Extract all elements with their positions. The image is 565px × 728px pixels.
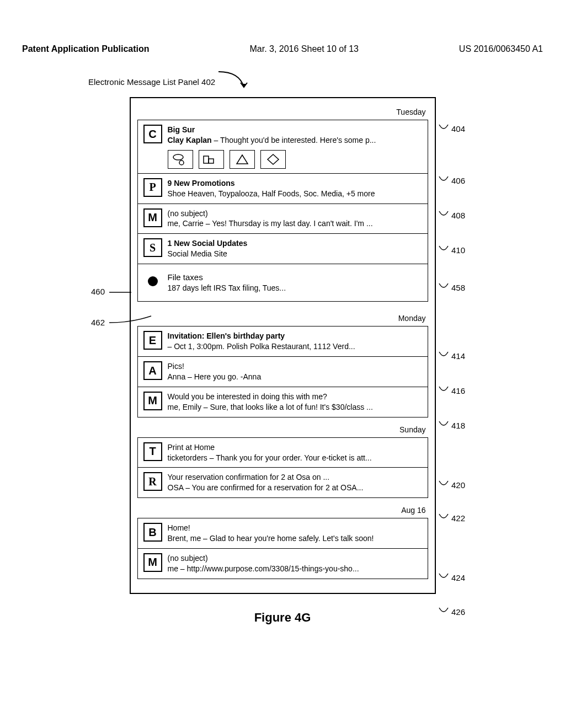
msg-subject: Your reservation confirmation for 2 at O… — [168, 472, 422, 483]
avatar-a: A — [143, 361, 162, 380]
msg-preview: Brent, me – Glad to hear you're home saf… — [168, 533, 422, 544]
avatar-b: B — [143, 523, 162, 542]
msg-preview: Social Media Site — [168, 249, 422, 259]
arc-icon — [438, 175, 449, 185]
svg-point-1 — [173, 154, 183, 160]
triangle-icon — [232, 152, 252, 167]
msg-subject: Print at Home — [168, 442, 422, 453]
ref-410: 410 — [438, 245, 465, 255]
ref-458: 458 — [438, 282, 465, 292]
avatar-r: R — [143, 472, 162, 491]
page-header: Patent Application Publication Mar. 3, 2… — [0, 44, 565, 54]
arrow-down-icon — [217, 71, 250, 93]
message-row-420[interactable]: T Print at Home ticketorders – Thank you… — [138, 438, 428, 468]
header-center: Mar. 3, 2016 Sheet 10 of 13 — [249, 44, 358, 54]
avatar-e: E — [143, 331, 162, 350]
msg-preview: me – http://www.purpose.com/3308/15-thin… — [168, 564, 422, 574]
figure-caption: Figure 4G — [0, 611, 565, 625]
avatar-s: S — [143, 238, 162, 257]
message-row-422[interactable]: R Your reservation confirmation for 2 at… — [138, 468, 428, 497]
arc-icon — [438, 351, 449, 361]
arc-icon — [438, 480, 449, 490]
message-row-410[interactable]: S 1 New Social Updates Social Media Site — [138, 234, 428, 264]
msg-preview: me, Carrie – Yes! Thursday is my last da… — [168, 218, 422, 229]
msg-content: File taxes 187 days left IRS Tax filing,… — [168, 272, 422, 293]
cluster-tuesday: C Big Sur Clay Kaplan – Thought you'd be… — [137, 120, 428, 302]
ref-460: 460 — [91, 287, 105, 296]
msg-content: 9 New Promotions Shoe Heaven, Toypalooza… — [168, 178, 422, 199]
panel-label: Electronic Message List Panel 402 — [0, 77, 215, 87]
message-row-404[interactable]: C Big Sur Clay Kaplan – Thought you'd be… — [138, 120, 428, 174]
ref-404: 404 — [438, 124, 465, 133]
attachment-thumb-1[interactable] — [168, 150, 193, 169]
msg-content: (no subject) me, Carrie – Yes! Thursday … — [168, 208, 422, 229]
arc-icon — [438, 420, 449, 430]
attachment-thumb-4[interactable] — [260, 150, 286, 169]
message-row-406[interactable]: P 9 New Promotions Shoe Heaven, Toypaloo… — [138, 174, 428, 204]
message-row-414[interactable]: E Invitation: Ellen's birthday party – O… — [138, 326, 428, 357]
day-header-aug16: Aug 16 — [137, 505, 428, 518]
ref-422: 422 — [438, 513, 465, 523]
avatar-m: M — [143, 208, 162, 227]
day-header-sunday: Sunday — [137, 424, 428, 437]
avatar-p: P — [143, 178, 162, 197]
avatar-m: M — [143, 553, 162, 572]
lead-line-462 — [109, 315, 153, 326]
bullet-icon — [148, 276, 158, 286]
buildings-icon — [201, 152, 221, 167]
arc-icon — [438, 513, 449, 523]
svg-rect-4 — [209, 159, 214, 163]
msg-preview: Anna – Here you go. -Anna — [168, 372, 422, 382]
msg-content: 1 New Social Updates Social Media Site — [168, 238, 422, 259]
msg-content: Invitation: Ellen's birthday party – Oct… — [168, 331, 422, 352]
header-left: Patent Application Publication — [22, 44, 150, 54]
attachment-thumb-2[interactable] — [199, 150, 224, 169]
ref-406: 406 — [438, 175, 465, 185]
ref-462: 462 — [91, 318, 105, 327]
msg-content: Big Sur Clay Kaplan – Thought you'd be i… — [168, 125, 422, 169]
ref-424: 424 — [438, 572, 465, 582]
ref-418: 418 — [438, 420, 465, 430]
msg-preview: – Thought you'd be interested. Here's so… — [212, 136, 376, 144]
header-right: US 2016/0063450 A1 — [459, 44, 543, 54]
msg-content: (no subject) me – http://www.purpose.com… — [168, 553, 422, 574]
message-row-418[interactable]: M Would you be interested in doing this … — [138, 387, 428, 417]
task-row-458[interactable]: File taxes 187 days left IRS Tax filing,… — [138, 264, 428, 301]
avatar-m: M — [143, 392, 162, 410]
msg-content: Print at Home ticketorders – Thank you f… — [168, 442, 422, 463]
message-row-416[interactable]: A Pics! Anna – Here you go. -Anna — [138, 357, 428, 387]
shapes-icon — [170, 152, 190, 167]
svg-rect-3 — [204, 156, 209, 163]
ref-414: 414 — [438, 351, 465, 361]
message-row-424[interactable]: B Home! Brent, me – Glad to hear you're … — [138, 518, 428, 549]
msg-subject: (no subject) — [168, 208, 422, 219]
arc-icon — [438, 245, 449, 255]
task-title: File taxes — [168, 272, 422, 283]
msg-subject: 9 New Promotions — [168, 178, 422, 189]
ref-426: 426 — [438, 607, 465, 617]
msg-content: Would you be interested in doing this wi… — [168, 392, 422, 413]
arc-icon — [438, 210, 449, 220]
day-header-tuesday: Tuesday — [137, 106, 428, 120]
ref-420: 420 — [438, 480, 465, 490]
msg-subject: Home! — [168, 523, 422, 533]
message-row-426[interactable]: M (no subject) me – http://www.purpose.c… — [138, 549, 428, 579]
msg-preview: – Oct 1, 3:00pm. Polish Polka Restaurant… — [168, 341, 422, 352]
msg-content: Your reservation confirmation for 2 at O… — [168, 472, 422, 493]
msg-subject: Invitation: Ellen's birthday party — [168, 331, 422, 341]
msg-subject: 1 New Social Updates — [168, 238, 422, 249]
cluster-monday: E Invitation: Ellen's birthday party – O… — [137, 326, 428, 417]
msg-preview: OSA – You are confirmed for a reservatio… — [168, 483, 422, 493]
arc-icon — [438, 572, 449, 582]
task-due: 187 days left IRS Tax filing, Tues... — [168, 283, 422, 293]
diamond-icon — [263, 152, 283, 167]
msg-subject: Big Sur — [168, 125, 195, 134]
msg-content: Home! Brent, me – Glad to hear you're ho… — [168, 523, 422, 544]
lead-line-460 — [109, 290, 131, 295]
msg-subject: Pics! — [168, 361, 422, 372]
message-list-panel: Tuesday C Big Sur Clay Kaplan – Thought … — [130, 97, 436, 594]
ref-408: 408 — [438, 210, 465, 220]
arc-icon — [438, 124, 449, 133]
message-row-408[interactable]: M (no subject) me, Carrie – Yes! Thursda… — [138, 204, 428, 234]
attachment-thumb-3[interactable] — [230, 150, 255, 169]
